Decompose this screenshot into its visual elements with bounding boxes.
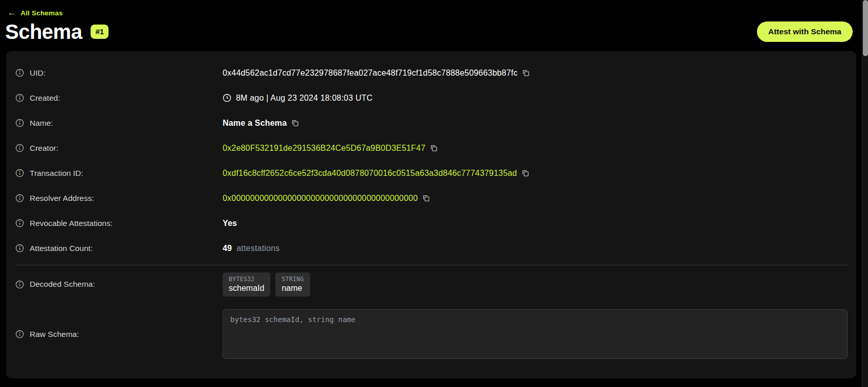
uid-value: 0x44d562ac1d7cd77e232978687fea027ace48f7… bbox=[223, 69, 530, 78]
revocable-attestations-label-text: Revocable Attestations: bbox=[30, 219, 113, 228]
resolver-address-link[interactable]: 0x00000000000000000000000000000000000000… bbox=[223, 194, 418, 203]
decoded-schema-label: Decoded Schema: bbox=[15, 280, 223, 289]
creator-label-text: Creator: bbox=[30, 144, 58, 153]
clock-icon bbox=[223, 94, 231, 102]
raw-schema-label-text: Raw Schema: bbox=[30, 330, 79, 339]
decoded-schema-label-text: Decoded Schema: bbox=[30, 280, 95, 289]
scrollbar-track[interactable] bbox=[862, 0, 868, 387]
name-value-text: Name a Schema bbox=[223, 119, 287, 128]
copy-icon[interactable] bbox=[522, 69, 530, 77]
detail-row-uid: UID: 0x44d562ac1d7cd77e232978687fea027ac… bbox=[6, 60, 856, 85]
field-name: schemaId bbox=[229, 284, 264, 293]
attestation-count-label: Attestation Count: bbox=[15, 244, 223, 253]
field-name: name bbox=[281, 284, 303, 293]
copy-icon[interactable] bbox=[422, 194, 430, 202]
uid-label-text: UID: bbox=[30, 69, 46, 78]
info-icon bbox=[15, 280, 24, 289]
scrollbar-thumb[interactable] bbox=[863, 0, 868, 56]
creator-label: Creator: bbox=[15, 144, 223, 153]
info-icon bbox=[15, 169, 24, 177]
field-type: STRING bbox=[281, 276, 303, 283]
attestation-count-number: 49 bbox=[223, 244, 232, 253]
schema-field-chip: STRING name bbox=[275, 272, 310, 297]
copy-icon[interactable] bbox=[522, 169, 529, 177]
detail-row-name: Name: Name a Schema bbox=[6, 110, 856, 135]
schema-details-card: UID: 0x44d562ac1d7cd77e232978687fea027ac… bbox=[6, 51, 856, 378]
raw-schema-text: bytes32 schemaId, string name bbox=[230, 315, 355, 324]
back-link-label: All Schemas bbox=[20, 9, 63, 17]
uid-label: UID: bbox=[15, 69, 223, 78]
detail-row-creator: Creator: 0x2e80F532191de291536B24Ce5D67a… bbox=[6, 135, 856, 161]
resolver-address-label: Resolver Address: bbox=[15, 194, 223, 203]
raw-schema-label: Raw Schema: bbox=[15, 330, 223, 339]
attest-with-schema-button[interactable]: Attest with Schema bbox=[757, 21, 853, 42]
back-arrow-icon: ← bbox=[8, 9, 16, 17]
title-row: Schema #1 Attest with Schema bbox=[5, 19, 853, 44]
info-icon bbox=[15, 219, 24, 227]
creator-value: 0x2e80F532191de291536B24Ce5D67a9B0D3E51F… bbox=[223, 144, 438, 153]
attestation-count-value: 49 attestations bbox=[223, 244, 279, 253]
name-label: Name: bbox=[15, 119, 223, 128]
info-icon bbox=[15, 194, 24, 202]
transaction-id-label: Transaction ID: bbox=[15, 169, 223, 178]
detail-row-decoded-schema: Decoded Schema: BYTES32 schemaId STRING … bbox=[6, 265, 856, 303]
detail-row-raw-schema: Raw Schema: bytes32 schemaId, string nam… bbox=[6, 303, 856, 365]
created-value-text: 8M ago | Aug 23 2024 18:08:03 UTC bbox=[236, 94, 373, 103]
info-icon bbox=[15, 69, 24, 77]
copy-icon[interactable] bbox=[291, 119, 299, 127]
copy-icon[interactable] bbox=[430, 144, 438, 152]
raw-schema-box[interactable]: bytes32 schemaId, string name bbox=[223, 309, 848, 359]
info-icon bbox=[15, 244, 24, 253]
name-value: Name a Schema bbox=[223, 119, 299, 128]
transaction-id-value: 0xdf16c8cff2652c6ce52f3cda40d0878070016c… bbox=[223, 169, 529, 178]
resolver-address-value: 0x00000000000000000000000000000000000000… bbox=[223, 194, 430, 203]
schema-field-chip: BYTES32 schemaId bbox=[223, 272, 270, 297]
attestation-count-label-text: Attestation Count: bbox=[30, 244, 93, 253]
revocable-attestations-label: Revocable Attestations: bbox=[15, 219, 223, 228]
creator-address-link[interactable]: 0x2e80F532191de291536B24Ce5D67a9B0D3E51F… bbox=[223, 144, 425, 153]
detail-row-transaction-id: Transaction ID: 0xdf16c8cff2652c6ce52f3c… bbox=[6, 161, 856, 186]
created-label: Created: bbox=[15, 94, 223, 103]
revocable-attestations-value: Yes bbox=[223, 219, 237, 228]
transaction-id-label-text: Transaction ID: bbox=[30, 169, 83, 178]
info-icon bbox=[15, 330, 24, 338]
field-type: BYTES32 bbox=[229, 276, 264, 283]
transaction-id-link[interactable]: 0xdf16c8cff2652c6ce52f3cda40d0878070016c… bbox=[223, 169, 517, 178]
schema-number-badge: #1 bbox=[91, 25, 108, 39]
info-icon bbox=[15, 144, 24, 152]
decoded-schema-fields: BYTES32 schemaId STRING name bbox=[223, 272, 310, 297]
detail-row-revocable-attestations: Revocable Attestations: Yes bbox=[6, 211, 856, 236]
attestations-link[interactable]: attestations bbox=[236, 244, 279, 253]
name-label-text: Name: bbox=[30, 119, 53, 128]
info-icon bbox=[15, 94, 24, 102]
created-value: 8M ago | Aug 23 2024 18:08:03 UTC bbox=[223, 94, 373, 103]
page-title: Schema bbox=[5, 20, 82, 43]
detail-row-attestation-count: Attestation Count: 49 attestations bbox=[6, 236, 856, 261]
created-label-text: Created: bbox=[30, 94, 60, 103]
back-to-all-schemas-link[interactable]: ← All Schemas bbox=[8, 9, 63, 17]
info-icon bbox=[15, 119, 24, 127]
uid-value-text: 0x44d562ac1d7cd77e232978687fea027ace48f7… bbox=[223, 69, 517, 78]
detail-row-resolver-address: Resolver Address: 0x00000000000000000000… bbox=[6, 186, 856, 211]
detail-row-created: Created: 8M ago | Aug 23 2024 18:08:03 U… bbox=[6, 85, 856, 110]
resolver-address-label-text: Resolver Address: bbox=[30, 194, 94, 203]
revocable-value-text: Yes bbox=[223, 219, 237, 228]
